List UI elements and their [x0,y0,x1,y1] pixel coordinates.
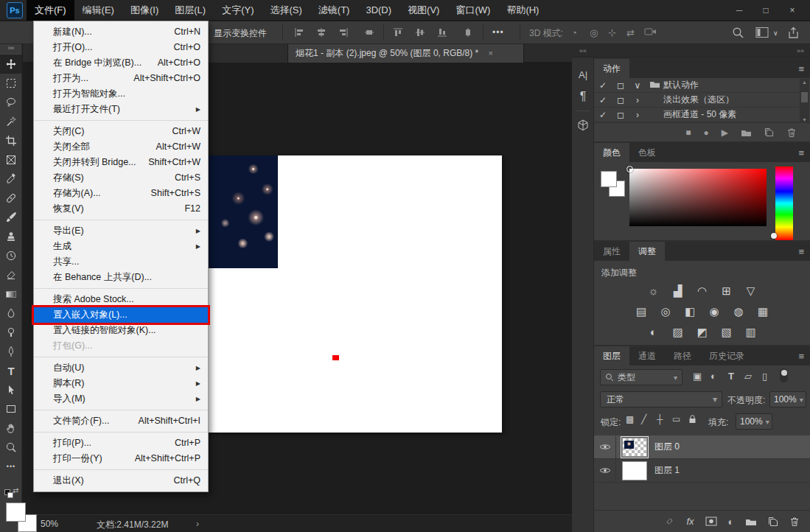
clone-stamp-tool[interactable] [0,227,22,246]
lock-position-icon[interactable]: ┼ [657,414,663,424]
distribute-v-icon[interactable] [462,27,474,38]
channel-mixer-icon[interactable]: ◍ [732,305,745,318]
history-brush-tool[interactable] [0,246,22,265]
dock-collapse-icon[interactable]: »» [797,47,804,55]
align-right-icon[interactable] [338,27,349,38]
menu-item-close-and-go-to-bridge[interactable]: 关闭并转到 Bridge...Shift+Ctrl+W [34,155,208,170]
more-options-icon[interactable]: ••• [492,27,504,38]
workspace-caret-icon[interactable]: ∨ [773,29,778,37]
gradient-tool[interactable] [0,284,22,304]
foreground-color-swatch[interactable] [6,503,26,522]
tab-properties[interactable]: 属性 [594,242,629,261]
check-icon[interactable]: ✓ [594,110,612,120]
align-bottom-icon[interactable] [436,27,448,38]
more-tools-button[interactable]: ••• [0,457,22,476]
align-center-h-icon[interactable] [315,27,327,38]
menu-item-save[interactable]: 存储(S)Ctrl+S [34,170,208,186]
menu-item-open[interactable]: 打开(O)...Ctrl+O [34,40,208,55]
filter-type-layers-icon[interactable]: T [728,371,734,382]
invert-icon[interactable]: ◐ [647,326,660,339]
tab-color[interactable]: 颜色 [594,143,629,162]
menu-type[interactable]: 文字(Y) [214,0,262,21]
delete-icon[interactable] [786,127,797,138]
menu-select[interactable]: 选择(S) [262,0,310,21]
new-layer-icon[interactable] [768,517,778,527]
menu-item-close[interactable]: 关闭(C)Ctrl+W [34,124,208,139]
menu-item-open-recent[interactable]: 最近打开文件(T)▶ [34,102,208,117]
fill-value-box[interactable]: 100%▾ [736,413,772,430]
visibility-eye-icon[interactable] [594,435,616,459]
foreground-color-swatch[interactable] [601,171,617,187]
opacity-value-box[interactable]: 100%▾ [769,391,806,407]
levels-icon[interactable]: ▟ [671,284,685,298]
stop-icon[interactable]: ■ [685,127,691,138]
dock-expand-icon[interactable]: «« [579,47,587,55]
posterize-icon[interactable]: ▨ [671,326,685,339]
lock-transparency-icon[interactable]: ▩ [626,414,634,424]
lock-all-icon[interactable] [688,414,697,424]
layer-name[interactable]: 图层 1 [654,464,680,477]
paragraph-panel-icon[interactable]: ¶ [572,85,594,108]
play-icon[interactable]: ▶ [722,127,728,138]
path-selection-tool[interactable] [0,380,22,399]
menu-image[interactable]: 图像(I) [122,0,167,21]
close-tab-icon[interactable]: × [489,49,493,57]
hue-slider-handle[interactable] [771,233,777,239]
menu-item-new[interactable]: 新建(N)...Ctrl+N [34,24,208,40]
3d-roll-icon[interactable]: ◎ [590,27,598,38]
tab-actions[interactable]: 动作 [594,59,629,78]
menu-window[interactable]: 窗口(W) [447,0,498,21]
color-balance-icon[interactable]: ◎ [659,305,672,318]
marquee-tool[interactable] [0,74,22,93]
tab-layers[interactable]: 图层 [594,346,629,365]
gradient-map-icon[interactable]: ▥ [744,326,758,339]
menu-item-share[interactable]: 共享... [34,254,208,270]
tab-paths[interactable]: 路径 [665,346,700,365]
menu-edit[interactable]: 编辑(E) [74,0,122,21]
filter-switch[interactable] [780,368,788,382]
add-mask-icon[interactable] [705,517,717,526]
collapsed-icon[interactable]: › [629,110,646,120]
crop-tool[interactable] [0,131,22,150]
frame-tool[interactable] [0,150,22,169]
threshold-icon[interactable]: ◩ [696,326,709,339]
lock-artboard-icon[interactable]: ▭ [672,414,680,424]
menu-layer[interactable]: 图层(L) [167,0,214,21]
new-group-icon[interactable] [745,517,757,526]
link-layers-icon[interactable] [664,516,675,527]
visibility-eye-icon[interactable] [594,459,616,483]
new-set-folder-icon[interactable] [741,128,752,137]
3d-orbit-icon[interactable]: ◔ [571,27,577,38]
menu-item-place-linked[interactable]: 置入链接的智能对象(K)... [34,323,208,338]
zoom-level[interactable]: 50% [41,519,58,529]
toolbar-expand-icon[interactable]: »» [0,44,21,55]
tab-swatches[interactable]: 色板 [629,143,665,162]
menu-item-place-embedded[interactable]: 置入嵌入对象(L)... [34,307,208,323]
black-white-icon[interactable]: ◧ [683,305,696,318]
healing-brush-tool[interactable] [0,189,22,208]
maximize-button[interactable]: □ [753,0,779,21]
menu-item-browse-in-bridge[interactable]: 在 Bridge 中浏览(B)...Alt+Ctrl+O [34,55,208,71]
menu-file[interactable]: 文件(F) [27,0,74,21]
menu-item-open-as[interactable]: 打开为...Alt+Shift+Ctrl+O [34,71,208,86]
menu-item-import[interactable]: 导入(M)▶ [34,391,208,407]
menu-item-search-adobe-stock[interactable]: 搜索 Adobe Stock... [34,292,208,307]
close-button[interactable]: × [779,0,806,21]
menu-3d[interactable]: 3D(D) [357,0,399,21]
menu-item-close-all[interactable]: 关闭全部Alt+Ctrl+W [34,139,208,155]
modal-toggle-icon[interactable]: ◻ [612,95,629,105]
photo-filter-icon[interactable]: ◉ [708,305,721,318]
menu-item-share-on-behance[interactable]: 在 Behance 上共享(D)... [34,270,208,285]
action-row[interactable]: ✓ ◻ › 画框通道 - 50 像素 [594,108,810,122]
layer-style-fx-icon[interactable]: fx [686,516,694,527]
eraser-tool[interactable] [0,265,22,284]
distribute-h-icon[interactable] [363,27,375,38]
eyedropper-tool[interactable] [0,169,22,189]
tab-adjustments[interactable]: 调整 [629,242,665,261]
document-tab-active[interactable]: 烟花1 - 副本 (2).jpeg @ 50% (图层 0, RGB/8) * … [288,44,524,63]
align-top-icon[interactable] [392,27,404,38]
curves-icon[interactable]: ◠ [696,284,709,298]
filter-smart-objects-icon[interactable]: ▯ [762,371,767,382]
align-middle-v-icon[interactable] [414,27,426,38]
hand-tool[interactable] [0,419,22,438]
